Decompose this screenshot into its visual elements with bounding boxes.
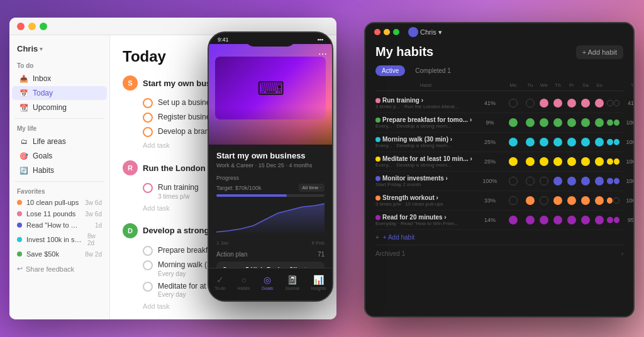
- sidebar-fav-4[interactable]: Save $50k 8w 2d: [9, 248, 109, 260]
- habit-dot-6-5: [581, 216, 590, 224]
- chevron-down-icon: ▾: [40, 46, 43, 52]
- fav-dot-4: [17, 251, 22, 257]
- sidebar-fav-2[interactable]: Read "How to Win Frien... 1d: [9, 219, 109, 231]
- life-areas-icon: 🗂: [19, 137, 28, 146]
- tablet-traffic-lights: [374, 29, 399, 35]
- tablet-archived[interactable]: Archived 1 ›: [375, 245, 623, 260]
- phone-menu-icon[interactable]: ⋯: [318, 49, 327, 59]
- habit-dot-6-0: [509, 216, 518, 224]
- habit-extra-dots-3: [607, 158, 619, 165]
- habit-dot-extra-5-0: [607, 197, 613, 204]
- habit-name-2: Morning walk (30 min) ›: [375, 136, 476, 143]
- habit-start-pct-0: 41%: [477, 100, 502, 106]
- habit-dot-5-6: [595, 196, 604, 205]
- habit-sub-1: Every... · Develop a strong morn...: [375, 123, 476, 129]
- habit-row-3[interactable]: Meditate for at least 10 min... › Every.…: [375, 152, 623, 172]
- phone-signal-icons: ▪▪▪: [317, 36, 323, 43]
- sidebar-user[interactable]: Chris ▾: [9, 40, 109, 60]
- habit-name-4: Monitor investments ›: [375, 175, 476, 182]
- sidebar-fav-age-4: 8w 2d: [85, 251, 102, 258]
- habit-row-1[interactable]: Prepare breakfast for tomo... › Every...…: [375, 113, 623, 133]
- task-group-avatar-2: D: [123, 223, 138, 238]
- tablet-add-habit-row[interactable]: + + Add habit: [375, 230, 623, 245]
- sidebar-item-inbox[interactable]: 📥 Inbox: [12, 72, 107, 86]
- habit-dot-2-2: [540, 138, 548, 146]
- phone-task-title[interactable]: Start my own business: [216, 151, 325, 160]
- habit-dot-extra-6-1: [614, 217, 620, 223]
- habit-row-6[interactable]: Read for 20 minutes › Everyday · Read "H…: [375, 211, 623, 230]
- phone-nav-habits-label: Habits: [237, 286, 250, 290]
- habit-dot-extra-3-1: [614, 158, 620, 165]
- phone-chart-labels: 1 Jan 6 Feb: [216, 240, 325, 246]
- habit-start-pct-6: 14%: [477, 217, 502, 223]
- task-checkbox-0-0[interactable]: [143, 98, 153, 108]
- habit-dot-0-1: [526, 99, 535, 108]
- habit-dot-extra-1-1: [614, 119, 620, 126]
- col-we: We: [538, 82, 550, 88]
- phone-notch: [245, 33, 296, 47]
- habit-extra-dots-5: [607, 197, 619, 204]
- add-task-2[interactable]: Add task: [123, 300, 324, 312]
- minimize-button[interactable]: [28, 23, 36, 30]
- tab-active[interactable]: Active: [375, 65, 405, 76]
- habit-dot-1-1: [526, 118, 535, 127]
- fav-dot-3: [17, 237, 22, 242]
- habit-dot-1-3: [553, 118, 562, 127]
- habit-dot-1-4: [567, 118, 576, 127]
- habit-end-pct-2: 100%: [621, 139, 635, 145]
- phone-progress-target: Target: $70k/100k: [216, 185, 262, 191]
- col-habit: Habit: [375, 82, 476, 88]
- sidebar-item-habits[interactable]: 🔄 Habits: [12, 163, 107, 177]
- sidebar-fav-age-2: 1d: [95, 222, 102, 229]
- habit-dot-5-1: [526, 196, 535, 205]
- habit-row-4[interactable]: Monitor investments › Start Friday 2 mon…: [375, 172, 623, 191]
- sidebar-item-upcoming[interactable]: 📆 Upcoming: [12, 101, 107, 114]
- habit-dot-extra-1-0: [607, 119, 613, 126]
- upcoming-icon: 📆: [19, 103, 28, 112]
- task-checkbox-2-0[interactable]: [143, 246, 153, 256]
- phone-nav-journal[interactable]: 📓 Journal: [285, 275, 299, 290]
- habit-dot-5-5: [581, 196, 590, 205]
- tablet-maximize-button[interactable]: [393, 29, 399, 35]
- share-feedback-button[interactable]: ↩ Share feedback: [9, 260, 109, 278]
- sidebar-divider-2: [14, 181, 104, 182]
- task-checkbox-2-1[interactable]: [143, 260, 153, 270]
- sidebar-item-goals[interactable]: 🎯 Goals: [12, 149, 107, 163]
- task-checkbox-0-1[interactable]: [143, 113, 153, 123]
- tablet-close-button[interactable]: [374, 29, 380, 35]
- tablet-user-name: Chris: [420, 28, 436, 36]
- sidebar-item-life-areas[interactable]: 🗂 Life areas: [12, 135, 107, 148]
- sidebar-fav-3[interactable]: Invest 100k in stock ... 8w 2d: [9, 231, 109, 248]
- close-button[interactable]: [17, 23, 25, 30]
- habit-row-2[interactable]: Morning walk (30 min) › Every... · Devel…: [375, 133, 623, 152]
- col-sa: Sa: [579, 82, 592, 88]
- habit-dot-6-3: [553, 216, 562, 224]
- task-checkbox-0-2[interactable]: [143, 127, 153, 137]
- phone-progress-btn[interactable]: All time ·: [299, 184, 325, 192]
- sidebar-fav-1[interactable]: Lose 11 pounds 3w 6d: [9, 208, 109, 219]
- sidebar-fav-age-0: 3w 6d: [85, 199, 102, 206]
- habit-row-5[interactable]: Strength workout › 3 times p/w · 10 clea…: [375, 191, 623, 211]
- tab-completed[interactable]: Completed 1: [409, 65, 457, 76]
- maximize-button[interactable]: [40, 23, 47, 30]
- phone-nav-habits[interactable]: ○ Habits: [237, 275, 250, 290]
- habit-end-pct-5: 100%: [621, 197, 635, 204]
- phone-progress-label-text: Progress: [216, 175, 239, 181]
- task-checkbox-1-0[interactable]: [143, 183, 153, 193]
- phone-nav-insights[interactable]: 📊 Insights: [311, 275, 326, 290]
- sidebar-item-today[interactable]: 📅 Today: [12, 86, 107, 100]
- sidebar-fav-0[interactable]: 10 clean pull-ups 3w 6d: [9, 197, 109, 208]
- phone-nav-goals[interactable]: ◎ Goals: [262, 275, 273, 290]
- habit-row-0[interactable]: Run training › 3 times p... · Run the Lo…: [375, 94, 623, 113]
- habit-dot-4-1: [526, 177, 535, 185]
- sidebar-item-goals-label: Goals: [33, 152, 52, 160]
- add-habit-button[interactable]: + Add habit: [576, 45, 623, 59]
- task-checkbox-2-2[interactable]: [143, 282, 153, 292]
- sidebar-fav-label-3: Invest 100k in stock ...: [26, 236, 83, 243]
- sidebar-section-mylife: My life: [9, 123, 109, 134]
- traffic-lights: [17, 23, 47, 30]
- phone-nav-todo[interactable]: ✓ To-do: [214, 275, 226, 290]
- tablet-minimize-button[interactable]: [384, 29, 390, 35]
- sidebar-section-todo: To do: [9, 60, 109, 71]
- habit-dot-5-2: [540, 196, 548, 205]
